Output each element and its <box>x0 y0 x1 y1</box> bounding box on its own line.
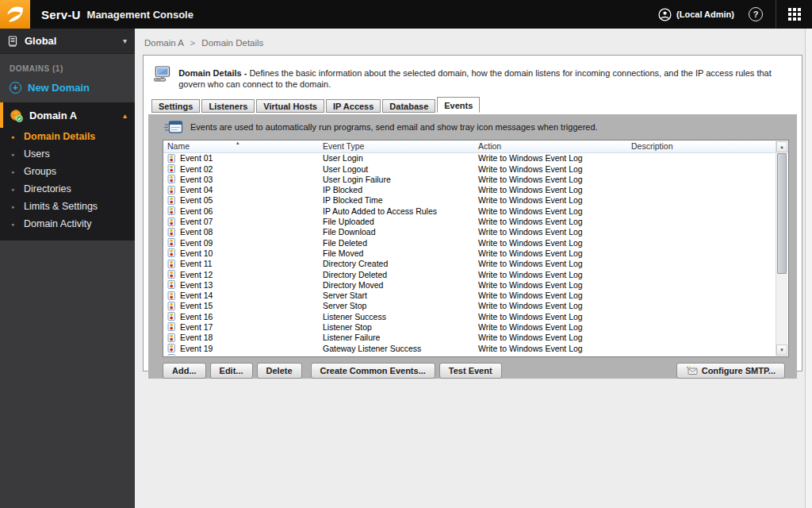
table-row[interactable]: Event 20 Gateway Listener Stop Write to … <box>163 353 788 355</box>
event-action: Write to Windows Event Log <box>474 322 627 332</box>
table-scrollbar[interactable]: ▲ ▼ <box>776 141 787 356</box>
panel-title: Domain Details - <box>178 68 247 78</box>
event-action: Write to Windows Event Log <box>474 164 627 174</box>
help-icon[interactable]: ? <box>749 7 763 21</box>
sort-ascending-icon: ▴ <box>236 140 239 146</box>
table-row[interactable]: Event 12 Directory Deleted Write to Wind… <box>163 269 788 279</box>
event-icon <box>167 291 176 300</box>
delete-button[interactable]: Delete <box>257 363 302 379</box>
chevron-up-icon: ▴ <box>123 111 127 120</box>
table-row[interactable]: Event 14 Server Start Write to Windows E… <box>163 290 788 300</box>
column-header-action[interactable]: Action <box>474 140 627 152</box>
breadcrumb-domain[interactable]: Domain A <box>144 38 183 48</box>
sidebar-item-groups[interactable]: ● Groups <box>0 163 135 180</box>
event-icon <box>167 322 176 331</box>
sidebar-item-directories[interactable]: ● Directories <box>0 180 135 198</box>
column-header-event-type[interactable]: Event Type <box>319 140 474 152</box>
bullet-icon: ● <box>11 169 24 175</box>
configure-smtp-button[interactable]: Configure SMTP... <box>676 363 785 379</box>
test-event-button[interactable]: Test Event <box>439 363 502 379</box>
scrollbar-thumb[interactable] <box>777 153 787 274</box>
tab-strip: SettingsListenersVirtual HostsIP AccessD… <box>144 97 802 113</box>
event-icon <box>167 217 176 226</box>
event-action: Write to Windows Event Log <box>474 344 627 353</box>
table-row[interactable]: Event 01 User Login Write to Windows Eve… <box>163 153 788 164</box>
scroll-up-button[interactable]: ▲ <box>776 141 787 152</box>
domain-a-header[interactable]: Domain A ▴ <box>0 102 135 128</box>
column-header-name[interactable]: Name ▴ <box>163 140 319 152</box>
globe-icon <box>10 109 23 122</box>
tab-database[interactable]: Database <box>382 99 435 113</box>
event-action: Write to Windows Event Log <box>474 280 627 290</box>
column-header-description[interactable]: Description <box>627 140 776 152</box>
event-name: Event 03 <box>180 175 213 184</box>
table-row[interactable]: Event 10 File Moved Write to Windows Eve… <box>163 248 788 258</box>
page-scrollbar[interactable] <box>805 29 812 508</box>
sidebar-item-limits-settings[interactable]: ● Limits & Settings <box>0 198 135 215</box>
app-switcher-button[interactable] <box>776 0 812 29</box>
event-type: User Login <box>319 153 474 163</box>
breadcrumb-page[interactable]: Domain Details <box>201 38 263 48</box>
solarwinds-logo[interactable] <box>0 0 30 29</box>
table-row[interactable]: Event 19 Gateway Listener Success Write … <box>163 343 788 353</box>
tab-ip-access[interactable]: IP Access <box>326 99 381 113</box>
event-name: Event 18 <box>180 333 213 342</box>
table-row[interactable]: Event 13 Directory Moved Write to Window… <box>163 279 788 290</box>
tab-events[interactable]: Events <box>437 97 480 113</box>
table-rows: Event 01 User Login Write to Windows Eve… <box>163 153 788 356</box>
event-action: Write to Windows Event Log <box>474 312 627 321</box>
tab-settings[interactable]: Settings <box>151 99 200 113</box>
event-type: Listener Failure <box>319 333 474 342</box>
events-tab-content: Events are used to automatically run pro… <box>148 114 797 379</box>
table-row[interactable]: Event 17 Listener Stop Write to Windows … <box>163 321 788 332</box>
event-name: Event 20 <box>180 354 213 356</box>
table-row[interactable]: Event 16 Listener Success Write to Windo… <box>163 311 788 321</box>
table-row[interactable]: Event 03 User Login Failure Write to Win… <box>163 174 788 184</box>
table-row[interactable]: Event 07 File Uploaded Write to Windows … <box>163 216 788 226</box>
event-name: Event 07 <box>180 217 213 226</box>
scroll-down-button[interactable]: ▼ <box>776 344 787 356</box>
global-selector[interactable]: Global ▾ <box>0 29 135 54</box>
table-row[interactable]: Event 09 File Deleted Write to Windows E… <box>163 237 788 248</box>
sidebar-item-users[interactable]: ● Users <box>0 145 135 163</box>
table-row[interactable]: Event 11 Directory Created Write to Wind… <box>163 259 788 269</box>
event-icon <box>167 196 176 205</box>
sidebar-item-domain-details[interactable]: ● Domain Details <box>0 128 135 145</box>
events-hint-row: Events are used to automatically run pro… <box>163 114 789 140</box>
table-row[interactable]: Event 15 Server Stop Write to Windows Ev… <box>163 301 788 311</box>
user-menu[interactable]: (Local Admin) <box>658 8 734 21</box>
add-button[interactable]: Add... <box>163 363 206 379</box>
tab-virtual-hosts[interactable]: Virtual Hosts <box>256 99 324 113</box>
table-row[interactable]: Event 18 Listener Failure Write to Windo… <box>163 333 788 343</box>
event-type: File Uploaded <box>319 217 474 226</box>
server-icon <box>8 36 18 47</box>
event-type: File Download <box>319 227 474 237</box>
brand-name: Serv-U <box>41 8 81 21</box>
sidebar-item-label: Domain Activity <box>24 218 91 229</box>
table-row[interactable]: Event 06 IP Auto Added to Access Rules W… <box>163 206 788 216</box>
table-row[interactable]: Event 02 User Logout Write to Windows Ev… <box>163 164 788 174</box>
create-common-events-button[interactable]: Create Common Events... <box>311 363 435 379</box>
event-action: Write to Windows Event Log <box>474 238 627 248</box>
tab-listeners[interactable]: Listeners <box>201 99 255 113</box>
table-row[interactable]: Event 05 IP Blocked Time Write to Window… <box>163 195 788 206</box>
edit-button[interactable]: Edit... <box>210 363 253 379</box>
sidebar-item-domain-activity[interactable]: ● Domain Activity <box>0 215 135 233</box>
event-icon <box>167 164 176 173</box>
table-row[interactable]: Event 08 File Download Write to Windows … <box>163 227 788 237</box>
event-action: Write to Windows Event Log <box>474 259 627 268</box>
event-type: IP Blocked Time <box>319 195 474 205</box>
tray-message-icon <box>164 120 183 135</box>
event-icon <box>167 238 176 247</box>
chevron-down-icon: ▾ <box>123 37 127 45</box>
event-type: Directory Moved <box>319 280 474 290</box>
event-icon <box>167 333 176 342</box>
sidebar-item-label: Users <box>24 148 50 160</box>
user-icon <box>658 8 672 21</box>
event-icon <box>167 354 176 355</box>
table-row[interactable]: Event 04 IP Blocked Write to Windows Eve… <box>163 184 788 194</box>
event-action: Write to Windows Event Log <box>474 301 627 310</box>
events-table: Name ▴ Event Type Action Description <box>163 140 789 357</box>
event-type: Gateway Listener Stop <box>319 354 474 356</box>
new-domain-button[interactable]: + New Domain <box>0 76 135 102</box>
